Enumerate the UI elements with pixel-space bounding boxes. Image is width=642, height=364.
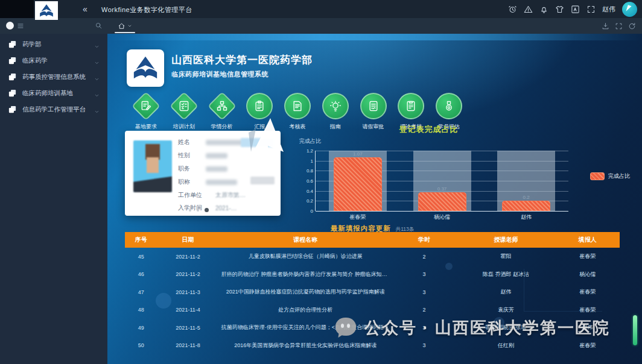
table-header-row: 序号日期课程名称学时授课老师填报人 [125,232,620,248]
chevron-down-icon [94,41,100,52]
chart-title: 登记表完成占比 [288,124,569,135]
nav-item-1[interactable]: 培训计划 [166,93,202,131]
titlebar-actions: 赵伟 [508,0,637,18]
chart-value-bar [502,201,550,211]
nav-badge [284,93,311,119]
nav-item-0[interactable]: 基地要求 [128,93,164,131]
sidebar-item-label: 临床药学 [22,57,48,65]
profile-field-label: 职称 [178,178,190,186]
profile-field-4: 工作单位太原市第… [178,191,246,199]
profile-field-1: 性别 [178,151,227,160]
chart-bar-slot-2: 0.2赵伟 [484,151,568,211]
chart-bars: 1.07崔春荣0.37杨沁儒0.2赵伟 [316,151,568,211]
sidebar-item-4[interactable]: 信息药学工作管理平台 [0,101,107,118]
table-cell: 陈磊 乔酒郎 赵冰洁 [456,271,555,278]
nav-badge [246,93,273,119]
watermark-text: 公众号 · 山西医科大学第一医院 [364,317,610,339]
sidebar-item-0[interactable]: 药学部 [0,36,107,52]
translate-icon[interactable] [571,5,580,14]
medal-icon [443,100,455,112]
hospital-emblem-icon [131,54,160,82]
table-row[interactable]: 452021-11-2儿童皮肤黏膜淋巴结综合征（川崎病）诊治进展2霍阳崔春荣 [125,248,620,266]
doc-wave-icon [367,100,380,112]
titlebar: « Workfine业务数字化管理平台 赵伟 [0,0,642,18]
table-cell: 2 [392,254,457,260]
nav-badge [209,93,235,119]
chart-category-label: 赵伟 [484,213,568,221]
search-icon[interactable] [95,22,103,30]
table-cell: 崔春荣 [555,306,620,314]
table-cell: 赵伟 [456,288,555,296]
org-subtitle: 临床药师培训基地信息管理系统 [171,70,269,79]
menu-toggle[interactable] [6,22,24,30]
table-header-cell: 授课老师 [456,236,555,244]
table-cell: 2021-11-5 [157,325,219,331]
legend-label: 完成占比 [608,172,630,180]
chart-legend: 完成占比 [590,172,630,180]
chart-bar-value: 1.07 [353,151,363,157]
table-cell: 2021-11-2 [157,271,219,277]
table-header-cell: 学时 [392,236,457,244]
chart-bar-value: 0.2 [523,195,530,200]
clipboard-icon [253,100,265,112]
sidebar-item-2[interactable]: 药事质控管理信息系统 [0,69,107,85]
chart-ytick: 0.4 [300,189,313,194]
redacted-value [250,177,275,184]
nav-badge [133,93,159,119]
table-cell: 2 [392,307,457,313]
workfine-logo [35,1,58,20]
hospital-logo [127,49,164,87]
table-cell: 45 [125,254,157,260]
table-cell: 3 [392,271,457,277]
org-title: 山西医科大学第一医院药学部 [171,53,313,67]
carousel-dot-active[interactable] [205,208,209,212]
download-icon[interactable] [602,22,609,30]
carousel-dots[interactable] [189,208,209,212]
chart-value-bar [418,192,466,211]
table-cell: 48 [125,307,157,313]
table-row[interactable]: 472021-11-32021中国静脉血栓栓塞症防治抗凝药物的选用与药学监护指南… [125,283,620,301]
expand-icon[interactable] [586,5,596,14]
sidebar-collapse-button[interactable]: « [83,4,87,14]
table-cell: 2021-11-3 [157,289,219,295]
bell-icon[interactable] [539,5,548,14]
table-row[interactable]: 462021-11-2肝癌的药物治疗 肿瘤患者肠外肠内营养治疗发展与简介 肿瘤临… [125,266,620,284]
table-cell: 霍阳 [456,253,555,260]
toggle-dot [6,22,14,30]
alert-icon[interactable] [524,5,533,14]
table-cell: 2021-11-4 [157,307,219,313]
chevron-down-icon [127,24,132,28]
tabbar [0,18,642,34]
legend-swatch [590,172,605,180]
fullscreen-icon[interactable] [615,22,623,30]
workfine-app-window: « Workfine业务数字化管理平台 赵伟 药学部临床药学药事质控管理信息系统… [0,0,642,364]
user-avatar[interactable] [622,2,637,17]
refresh-icon[interactable] [628,22,636,30]
hamburger-icon [17,22,24,30]
carousel-dot[interactable] [197,209,199,212]
banner-title: 最新填报内容更新 [331,225,391,232]
chart-ytick: 1.2 [300,148,313,154]
clipboard-check-icon [405,100,417,112]
table-row[interactable]: 502021-11-82016年美国胃肠病学会异常肝脏生化实验评估临床指南解读3… [125,337,620,355]
sidebar-item-3[interactable]: 临床药师培训基地 [0,85,107,101]
username-label[interactable]: 赵伟 [602,5,615,14]
table-cell: 处方点评的合理性分析 [219,306,392,314]
sidebar-item-1[interactable]: 临床药学 [0,52,107,69]
nav-item-label: 培训计划 [173,123,195,131]
alarm-icon[interactable] [508,5,517,14]
theme-shirt-icon[interactable] [555,5,564,14]
profile-field-label: 工作单位 [178,191,202,199]
carousel-dot[interactable] [189,209,191,212]
top-glow-band [107,34,642,40]
nav-item-2[interactable]: 学情分析 [204,93,240,131]
doc-stack-icon [8,72,17,81]
vertical-scrollbar[interactable] [633,315,637,345]
main-content: 山西医科大学第一医院药学部 临床药师培训基地信息管理系统 基地要求培训计划学情分… [107,34,642,364]
hospital-emblem-icon [37,3,56,19]
redacted-value [206,153,227,158]
table-row[interactable]: 482021-11-4处方点评的合理性分析2袁庆芳崔春荣 [125,301,620,319]
table-cell: 2016年美国胃肠病学会异常肝脏生化实验评估临床指南解读 [219,342,392,350]
doc-stack-icon [8,105,17,114]
tab-home[interactable] [112,18,138,34]
